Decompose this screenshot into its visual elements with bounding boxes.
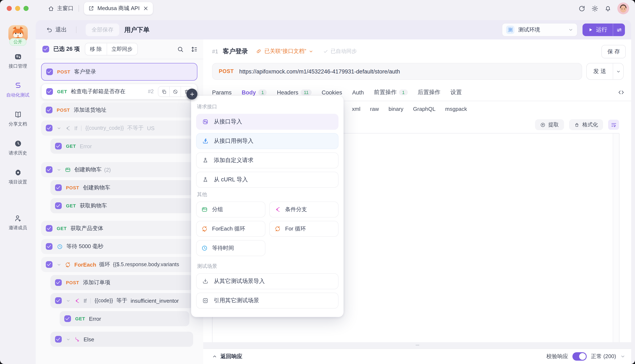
menu-item[interactable]: 从接口导入 (196, 114, 338, 130)
body-type-raw[interactable]: raw (370, 106, 379, 112)
run-settings-button[interactable] (613, 27, 625, 33)
menu-item[interactable]: 条件分支 (269, 202, 338, 218)
step-row[interactable]: GET检查电子邮箱是否存在#2 (41, 84, 198, 100)
menu-item[interactable]: 分组 (196, 202, 266, 218)
sidebar-item-invite-member[interactable]: 邀请成员 (8, 214, 27, 231)
environment-select[interactable]: 测 测试环境 (502, 23, 578, 36)
body-type-msgpack[interactable]: msgpack (445, 106, 467, 112)
step-row[interactable]: POST客户登录 (41, 63, 198, 80)
close-tab-icon[interactable] (143, 6, 149, 11)
step-row[interactable]: If{{country_code}}不等于US (41, 120, 198, 136)
menu-item[interactable]: For 循环 (269, 221, 338, 237)
menu-item[interactable]: 等待时间 (196, 240, 266, 256)
code-icon[interactable] (618, 89, 624, 96)
step-checkbox[interactable] (55, 336, 62, 342)
step-row[interactable]: 创建购物车(2) (41, 162, 198, 177)
editor-scrollbar[interactable] (613, 134, 619, 342)
save-button[interactable]: 保 存 (602, 45, 626, 58)
send-label: 发 送 (587, 68, 613, 75)
step-checkbox[interactable] (55, 202, 62, 209)
gear-icon[interactable] (591, 5, 598, 12)
step-checkbox[interactable] (64, 315, 71, 322)
search-icon[interactable] (177, 46, 184, 53)
tab-cookies[interactable]: Cookies (322, 89, 342, 96)
close-window-button[interactable] (7, 6, 12, 11)
step-checkbox[interactable] (46, 107, 52, 113)
step-checkbox[interactable] (46, 125, 52, 132)
body-type-xml[interactable]: xml (352, 106, 360, 112)
sort-icon[interactable] (191, 46, 198, 53)
maximize-window-button[interactable] (24, 6, 28, 11)
bell-icon[interactable] (604, 5, 612, 12)
extract-button[interactable]: 提取 (535, 119, 564, 130)
sidebar-item-api-hub[interactable]: 接口管理 (8, 52, 27, 69)
step-checkbox[interactable] (46, 166, 52, 173)
step-checkbox[interactable] (55, 143, 62, 150)
menu-item[interactable]: 添加自定义请求 (196, 152, 338, 168)
menu-item[interactable]: 从其它测试场景导入 (196, 273, 338, 289)
step-checkbox[interactable] (46, 243, 52, 250)
linked-doc-dropdown[interactable]: 已关联“接口文档” (256, 48, 313, 55)
remove-button[interactable]: 移 除 (85, 43, 106, 55)
step-checkbox[interactable] (46, 68, 53, 75)
select-all-checkbox[interactable] (42, 46, 49, 52)
send-button[interactable]: 发 送 (586, 63, 624, 80)
menu-item[interactable]: 从接口用例导入 (196, 133, 338, 149)
step-row[interactable]: POST添加送货地址 (41, 102, 198, 118)
step-checkbox[interactable] (46, 88, 53, 95)
url-input[interactable]: POST https://apifoxmock.com/m1/4532246-4… (212, 63, 582, 80)
ban-button[interactable] (169, 86, 180, 96)
validate-toggle[interactable] (572, 352, 587, 361)
format-button[interactable]: 格式化 (569, 119, 603, 130)
body-type-binary[interactable]: binary (388, 106, 404, 112)
menu-item[interactable]: ForEach 循环 (196, 221, 266, 237)
add-step-button[interactable] (186, 88, 198, 100)
sync-now-button[interactable]: 立即同步 (106, 43, 137, 55)
body-type-graphql[interactable]: GraphQL (413, 106, 436, 112)
home-tab[interactable]: 主窗口 (48, 4, 74, 12)
copy-button[interactable] (158, 86, 169, 96)
step-row[interactable]: GETError (50, 138, 193, 154)
home-tab-label: 主窗口 (57, 4, 74, 12)
wrap-toggle-button[interactable] (608, 120, 619, 130)
menu-item[interactable]: 引用其它测试场景 (196, 293, 338, 308)
validate-label: 校验响应 (546, 353, 568, 360)
step-row[interactable]: Else (50, 332, 193, 347)
minimize-window-button[interactable] (15, 6, 20, 11)
step-row[interactable]: GET获取产品变体 (41, 221, 198, 236)
step-row[interactable]: GETError (60, 311, 190, 326)
tab-headers[interactable]: Headers11 (277, 89, 312, 96)
tab-body[interactable]: Body1 (242, 89, 267, 96)
tab-设置[interactable]: 设置 (450, 88, 462, 96)
save-all-button[interactable]: 全部保存 (86, 24, 119, 36)
step-checkbox[interactable] (46, 261, 52, 268)
tab-auth[interactable]: Auth (352, 89, 364, 96)
sidebar-item-share-docs[interactable]: 分享文档 (8, 110, 27, 127)
step-checkbox[interactable] (55, 297, 62, 304)
exit-button[interactable]: 退出 (46, 26, 67, 34)
titlebar-actions (578, 2, 629, 14)
run-button[interactable]: 运行 (582, 24, 625, 36)
response-collapse[interactable]: 返回响应 (212, 353, 242, 360)
tab-后置操作[interactable]: 后置操作 (418, 88, 440, 96)
resize-handle-icon[interactable] (414, 342, 420, 348)
step-row[interactable]: POST添加订单项 (50, 275, 193, 290)
tab-前置操作[interactable]: 前置操作1 (374, 88, 408, 96)
step-row[interactable]: 等待 5000 毫秒 (41, 239, 198, 254)
tab-params[interactable]: Params (212, 89, 232, 96)
step-row[interactable]: ForEach循环{{$.5.response.body.variants (41, 257, 198, 272)
menu-item[interactable]: 从 cURL 导入 (196, 172, 338, 188)
step-row[interactable]: If{{code}}等于insufficient_inventor (50, 293, 193, 308)
extract-icon (540, 122, 545, 128)
sidebar-item-project-settings[interactable]: 项目设置 (8, 168, 27, 185)
sidebar-item-auto-test[interactable]: 自动化测试 (6, 82, 30, 98)
step-row[interactable]: GET获取购物车 (50, 198, 193, 213)
step-checkbox[interactable] (46, 225, 52, 232)
project-tab[interactable]: Medusa 商城 API (84, 2, 153, 15)
sync-icon[interactable] (578, 5, 586, 12)
step-checkbox[interactable] (55, 279, 62, 286)
sidebar-item-request-history[interactable]: 请求历史 (8, 140, 27, 156)
step-checkbox[interactable] (55, 184, 62, 191)
step-row[interactable]: POST创建购物车 (50, 180, 193, 195)
avatar[interactable] (617, 2, 629, 14)
